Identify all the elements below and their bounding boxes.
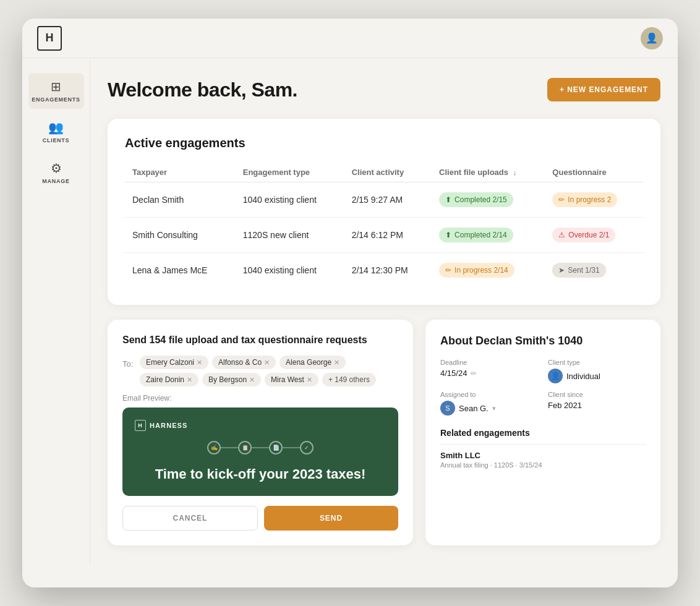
step-1: ✍ <box>207 441 221 454</box>
client-since-field: Client since Feb 2021 <box>548 391 646 416</box>
table-row[interactable]: Declan Smith 1040 existing client 2/15 9… <box>125 182 643 218</box>
sidebar: ⊞ ENGAGEMENTS 👥 CLIENTS ⚙ MANAGE <box>22 58 90 565</box>
engagements-card: Active engagements Taxpayer Engagement t… <box>108 119 660 305</box>
welcome-heading: Welcome back, Sam. <box>108 79 297 101</box>
upload-icon: ⬆ <box>445 195 451 204</box>
client-since-label: Client since <box>548 391 646 398</box>
cell-activity: 2/14 6:12 PM <box>344 218 432 253</box>
related-title: Related engagements <box>440 428 646 438</box>
cell-engagement-type: 1120S new client <box>236 218 344 253</box>
sidebar-item-clients[interactable]: 👥 CLIENTS <box>28 114 84 150</box>
deadline-edit-icon[interactable]: ✏ <box>471 369 477 378</box>
cell-taxpayer: Declan Smith <box>125 182 236 218</box>
related-item-name: Smith LLC <box>440 451 646 460</box>
top-bar: H 👤 <box>22 19 678 58</box>
remove-chip-icon[interactable]: ✕ <box>334 359 339 367</box>
related-item[interactable]: Smith LLC Annual tax filing · 1120S · 3/… <box>440 444 646 475</box>
assigned-label: Assigned to <box>440 391 538 398</box>
recipient-name: By Bergson <box>208 375 247 384</box>
about-grid: Deadline 4/15/24 ✏ Client type 👤 Individ… <box>440 359 646 416</box>
file-uploads-badge: ⬆ Completed 2/15 <box>439 192 513 207</box>
table-row[interactable]: Smith Consulting 1120S new client 2/14 6… <box>125 218 643 253</box>
cell-file-uploads: ⬆ Completed 2/14 <box>432 218 545 253</box>
cell-engagement-type: 1040 existing client <box>236 253 344 288</box>
recipients-wrap: Emery Calzoni ✕ Alfonso & Co ✕ Alena Geo… <box>140 356 398 386</box>
assigned-field: Assigned to S Sean G. ▾ <box>440 391 538 416</box>
cell-questionnaire: ✏ In progress 2 <box>545 182 643 218</box>
email-headline: Time to kick-off your 2023 taxes! <box>135 466 386 484</box>
to-label: To: <box>122 359 135 369</box>
deadline-field: Deadline 4/15/24 ✏ <box>440 359 538 383</box>
progress-icon: ✏ <box>445 266 451 275</box>
email-preview-box: H HARNESS ✍ 📋 📄 ✓ Time to kick-o <box>122 408 398 496</box>
client-type-value: 👤 Individual <box>548 369 646 383</box>
client-since-value: Feb 2021 <box>548 401 646 410</box>
col-file-uploads[interactable]: Client file uploads ↓ <box>432 163 545 182</box>
edit-icon: ✏ <box>558 195 565 204</box>
sidebar-label-engagements: ENGAGEMENTS <box>32 96 80 103</box>
recipient-chip[interactable]: Zaire Donin ✕ <box>140 373 198 386</box>
table-row[interactable]: Lena & James McE 1040 existing client 2/… <box>125 253 643 288</box>
recipient-chip[interactable]: Alfonso & Co ✕ <box>212 356 276 369</box>
user-avatar[interactable]: 👤 <box>641 27 663 49</box>
recipient-chip[interactable]: Emery Calzoni ✕ <box>140 356 208 369</box>
assigned-avatar: S <box>440 401 455 416</box>
sidebar-label-manage: MANAGE <box>42 178 69 184</box>
send-panel-title: Send 154 file upload and tax questionnai… <box>122 335 398 346</box>
remove-chip-icon[interactable]: ✕ <box>264 359 270 367</box>
main-layout: ⊞ ENGAGEMENTS 👥 CLIENTS ⚙ MANAGE Welcome… <box>22 58 678 565</box>
col-questionnaire: Questionnaire <box>545 163 643 182</box>
recipient-name: Alfonso & Co <box>218 358 262 367</box>
sent-icon: ➤ <box>558 266 565 275</box>
sidebar-item-manage[interactable]: ⚙ MANAGE <box>28 155 84 190</box>
assigned-dropdown-icon[interactable]: ▾ <box>492 404 496 412</box>
cell-file-uploads: ✏ In progress 2/14 <box>432 253 545 288</box>
engagements-icon: ⊞ <box>51 79 61 94</box>
more-recipients-chip[interactable]: + 149 others <box>322 373 376 386</box>
cell-questionnaire: ➤ Sent 1/31 <box>545 253 643 288</box>
overdue-icon: ⚠ <box>558 231 565 239</box>
send-panel: Send 154 file upload and tax questionnai… <box>108 320 413 545</box>
cell-taxpayer: Lena & James McE <box>125 253 236 288</box>
questionnaire-badge: ➤ Sent 1/31 <box>552 263 605 278</box>
engagements-table: Taxpayer Engagement type Client activity… <box>125 163 643 288</box>
recipient-name: Zaire Donin <box>146 375 184 384</box>
engagements-title: Active engagements <box>125 136 643 150</box>
recipient-name: Mira West <box>271 375 304 384</box>
remove-chip-icon[interactable]: ✕ <box>249 376 255 384</box>
related-item-sub: Annual tax filing · 1120S · 3/15/24 <box>440 461 646 469</box>
to-field: To: Emery Calzoni ✕ Alfonso & Co ✕ <box>122 356 398 386</box>
questionnaire-badge: ⚠ Overdue 2/1 <box>552 228 615 242</box>
email-logo: H HARNESS <box>135 420 386 431</box>
send-button[interactable]: SEND <box>264 506 398 531</box>
assigned-value: S Sean G. ▾ <box>440 401 538 416</box>
app-logo: H <box>37 26 62 51</box>
main-content: Welcome back, Sam. + NEW ENGAGEMENT Acti… <box>90 58 678 565</box>
header-row: Welcome back, Sam. + NEW ENGAGEMENT <box>108 78 660 101</box>
step-line <box>252 447 269 448</box>
remove-chip-icon[interactable]: ✕ <box>187 376 192 384</box>
app-shell: H 👤 ⊞ ENGAGEMENTS 👥 CLIENTS ⚙ MANAGE <box>22 19 678 587</box>
recipient-chip[interactable]: By Bergson ✕ <box>202 373 261 386</box>
panel-actions: CANCEL SEND <box>122 506 398 531</box>
recipient-chip[interactable]: Mira West ✕ <box>265 373 318 386</box>
sidebar-item-engagements[interactable]: ⊞ ENGAGEMENTS <box>28 73 84 109</box>
recipient-chip[interactable]: Alena George ✕ <box>280 356 346 369</box>
col-client-activity: Client activity <box>344 163 432 182</box>
step-4: ✓ <box>300 441 314 454</box>
upload-icon: ⬆ <box>445 231 451 239</box>
col-engagement-type: Engagement type <box>236 163 344 182</box>
remove-chip-icon[interactable]: ✕ <box>197 359 202 367</box>
about-panel: About Declan Smith's 1040 Deadline 4/15/… <box>425 320 660 545</box>
email-steps: ✍ 📋 📄 ✓ <box>135 441 386 454</box>
file-uploads-badge: ✏ In progress 2/14 <box>439 263 514 278</box>
col-taxpayer: Taxpayer <box>125 163 236 182</box>
cell-taxpayer: Smith Consulting <box>125 218 236 253</box>
step-line <box>221 447 238 448</box>
deadline-value: 4/15/24 ✏ <box>440 369 538 378</box>
remove-chip-icon[interactable]: ✕ <box>307 376 312 384</box>
new-engagement-button[interactable]: + NEW ENGAGEMENT <box>547 78 660 101</box>
step-line <box>283 447 300 448</box>
sidebar-label-clients: CLIENTS <box>43 137 70 143</box>
cancel-button[interactable]: CANCEL <box>122 506 258 531</box>
